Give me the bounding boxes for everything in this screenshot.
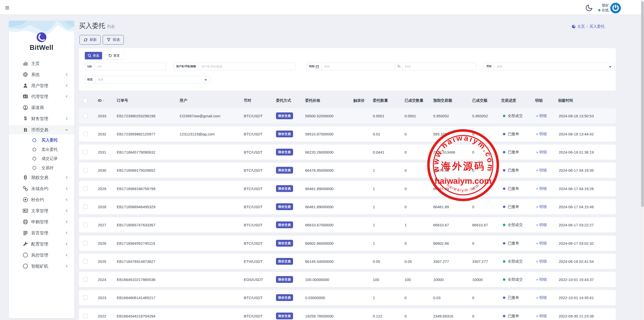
svg-text:B: B bbox=[24, 127, 27, 133]
svg-text:海外源码: 海外源码 bbox=[441, 161, 485, 171]
svg-text:haiwaiym.com: haiwaiym.com bbox=[435, 176, 492, 186]
svg-text:$: $ bbox=[24, 116, 27, 121]
svg-text:B: B bbox=[24, 175, 27, 180]
